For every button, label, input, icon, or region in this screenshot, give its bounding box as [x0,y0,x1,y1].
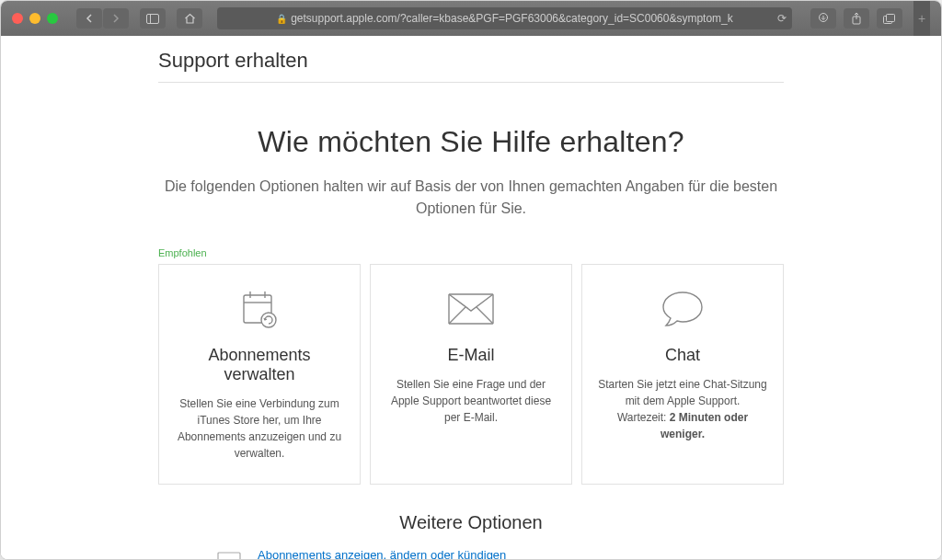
card-email[interactable]: E-Mail Stellen Sie eine Frage und der Ap… [370,264,572,485]
back-button[interactable] [76,8,102,29]
hero-subtitle: Die folgenden Optionen halten wir auf Ba… [158,176,784,220]
browser-window: 🔒 getsupport.apple.com/?caller=kbase&PGF… [0,0,942,560]
card-title: Abonnements verwalten [174,346,345,384]
card-title: E-Mail [385,346,557,365]
page-content: Support erhalten Wie möchten Sie Hilfe e… [1,36,941,560]
document-icon [213,548,245,560]
svg-rect-5 [887,14,895,21]
address-bar[interactable]: 🔒 getsupport.apple.com/?caller=kbase&PGF… [217,7,792,29]
new-tab-button[interactable]: + [913,1,930,36]
recommended-label: Empfohlen [158,247,784,258]
share-button[interactable] [844,8,869,29]
url-text: getsupport.apple.com/?caller=kbase&PGF=P… [291,12,733,25]
reload-button[interactable]: ⟳ [777,12,787,25]
envelope-icon [385,285,557,333]
svg-rect-0 [147,14,159,23]
more-options-section: Weitere Optionen Abonnements anzeigen, ä… [158,512,784,560]
more-options-heading: Weitere Optionen [158,512,784,533]
close-window-button[interactable] [12,13,23,24]
option-cards: Abonnements verwalten Stellen Sie eine V… [158,264,784,485]
downloads-button[interactable] [810,8,836,29]
hero-heading: Wie möchten Sie Hilfe erhalten? [158,125,784,159]
lock-icon: 🔒 [276,14,287,24]
svg-point-15 [261,313,276,327]
card-chat[interactable]: Chat Starten Sie jetzt eine Chat-Sitzung… [581,264,784,485]
page-title: Support erhalten [158,36,784,83]
card-manage-subscriptions[interactable]: Abonnements verwalten Stellen Sie eine V… [158,264,361,485]
tabs-button[interactable] [877,8,902,29]
card-description: Starten Sie jetzt eine Chat-Sitzung mit … [597,376,768,442]
card-description: Stellen Sie eine Verbindung zum iTunes S… [174,395,345,462]
hero-section: Wie möchten Sie Hilfe erhalten? Die folg… [158,125,784,220]
speech-bubble-icon [597,285,768,333]
more-option-link[interactable]: Abonnements anzeigen, ändern oder kündig… [258,548,729,560]
svg-rect-17 [218,553,240,560]
more-option-item[interactable]: Abonnements anzeigen, ändern oder kündig… [213,548,729,560]
home-button[interactable] [177,8,202,29]
calendar-refresh-icon [174,285,345,333]
sidebar-toggle-button[interactable] [140,8,166,29]
card-title: Chat [597,346,768,365]
minimize-window-button[interactable] [29,13,40,24]
traffic-lights [12,13,58,24]
fullscreen-window-button[interactable] [47,13,58,24]
browser-toolbar: 🔒 getsupport.apple.com/?caller=kbase&PGF… [1,1,941,36]
forward-button[interactable] [103,8,129,29]
card-description: Stellen Sie eine Frage und der Apple Sup… [385,376,557,426]
